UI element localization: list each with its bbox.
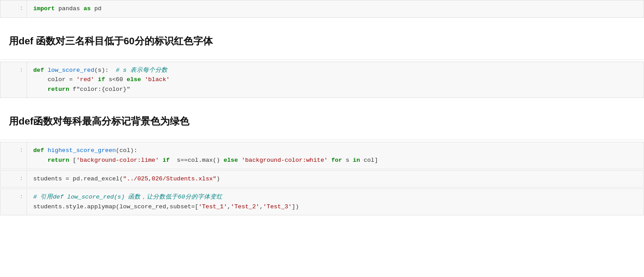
code-line: return ['background-color:lime' if s==co… <box>33 156 637 165</box>
code-pre: def highest_score_green(col): return ['b… <box>33 146 637 165</box>
code-line: def low_score_red(s): # s 表示每个分数 <box>33 66 637 75</box>
code-token: f"color:{color}" <box>69 86 130 93</box>
code-pre: # 引用def low_score_red(s) 函数，让分数低于60分的字体变… <box>33 192 637 211</box>
code-line: color = 'red' if s<60 else 'black' <box>33 75 637 85</box>
code-content: # 引用def low_score_red(s) 函数，让分数低于60分的字体变… <box>27 189 644 215</box>
code-line: import pandas as pd <box>33 4 637 14</box>
code-cell[interactable]: :# 引用def low_score_red(s) 函数，让分数低于60分的字体… <box>0 188 644 215</box>
code-pre: def low_score_red(s): # s 表示每个分数 color =… <box>33 66 637 94</box>
code-content: def highest_score_green(col): return ['b… <box>27 142 644 168</box>
code-token: [ <box>69 157 76 164</box>
cell-gutter: : <box>0 62 27 98</box>
markdown-cell: 用def 函数对三名科目低于60分的标识红色字体 <box>0 19 644 60</box>
code-token: col] <box>360 157 378 164</box>
code-token: 'Test_2' <box>231 203 260 210</box>
code-token: for <box>331 157 342 164</box>
cell-gutter: : <box>0 171 27 187</box>
code-token: # s 表示每个分数 <box>116 67 167 74</box>
code-token: # 引用def low_score_red(s) 函数，让分数低于60分的字体变… <box>33 194 222 200</box>
code-token: else <box>127 76 141 83</box>
code-token: 'background-color:white' <box>242 157 328 164</box>
code-token: 'background-color:lime' <box>76 157 159 164</box>
cell-gutter: : <box>0 142 27 168</box>
code-token: (col): <box>116 147 137 154</box>
code-token: import <box>33 5 55 12</box>
code-token: ]) <box>292 203 299 210</box>
code-token: as <box>83 5 90 12</box>
code-token: in <box>353 157 360 164</box>
code-token: else <box>223 157 238 164</box>
code-token: def <box>33 67 44 74</box>
code-cell[interactable]: :import pandas as pd <box>0 0 644 18</box>
code-token: return <box>47 157 69 164</box>
code-content: students = pd.read_excel("../025,026/Stu… <box>27 171 644 187</box>
code-line: students.style.applymap(low_score_red,su… <box>33 202 637 212</box>
code-token: s <box>342 157 353 164</box>
code-cell[interactable]: :def highest_score_green(col): return ['… <box>0 142 644 169</box>
code-token: , <box>227 203 230 210</box>
code-line: return f"color:{color}" <box>33 85 637 94</box>
code-pre: students = pd.read_excel("../025,026/Stu… <box>33 174 637 184</box>
code-line: students = pd.read_excel("../025,026/Stu… <box>33 174 637 184</box>
code-token: s<60 <box>105 76 127 83</box>
code-token <box>159 157 163 164</box>
code-token: return <box>47 86 69 93</box>
code-token <box>33 86 47 93</box>
code-token: if <box>163 157 170 164</box>
code-token: students = pd.read_excel( <box>33 176 123 182</box>
code-cell[interactable]: :students = pd.read_excel("../025,026/St… <box>0 170 644 188</box>
markdown-cell: 用def函数对每科最高分标记背景色为绿色 <box>0 99 644 140</box>
code-token <box>141 76 144 83</box>
code-token: 'red' <box>76 76 94 83</box>
code-token: low_score_red <box>47 67 94 74</box>
code-token <box>33 157 47 164</box>
code-cell[interactable]: :def low_score_red(s): # s 表示每个分数 color … <box>0 62 644 98</box>
code-token: def <box>33 147 44 154</box>
code-content: def low_score_red(s): # s 表示每个分数 color =… <box>27 62 644 98</box>
markdown-heading: 用def 函数对三名科目低于60分的标识红色字体 <box>9 26 635 52</box>
code-token: if <box>98 76 105 83</box>
code-token: highest_score_green <box>47 147 116 154</box>
code-token: 'black' <box>144 76 170 83</box>
code-token: , <box>259 203 263 210</box>
code-token: 'Test_3' <box>263 203 292 210</box>
code-token: s==col.max() <box>170 157 224 164</box>
code-token: pd <box>91 5 101 12</box>
code-line: def highest_score_green(col): <box>33 146 637 156</box>
code-token: (s): <box>94 67 116 74</box>
code-token: 'Test_1' <box>199 203 227 210</box>
code-token <box>238 157 242 164</box>
markdown-heading: 用def函数对每科最高分标记背景色为绿色 <box>9 106 635 133</box>
code-line: # 引用def low_score_red(s) 函数，让分数低于60分的字体变… <box>33 192 637 202</box>
cell-gutter: : <box>0 189 27 215</box>
code-token: ) <box>216 176 220 182</box>
code-token: pandas <box>55 5 84 12</box>
cell-gutter: : <box>0 0 27 17</box>
code-token: color = <box>33 76 76 83</box>
notebook-container: :import pandas as pd用def 函数对三名科目低于60分的标识… <box>0 0 644 216</box>
code-token: students.style.applymap(low_score_red,su… <box>33 203 199 210</box>
code-token: "../025,026/Students.xlsx" <box>123 176 217 182</box>
code-content: import pandas as pd <box>27 0 644 17</box>
code-pre: import pandas as pd <box>33 4 637 14</box>
code-token <box>94 76 98 83</box>
